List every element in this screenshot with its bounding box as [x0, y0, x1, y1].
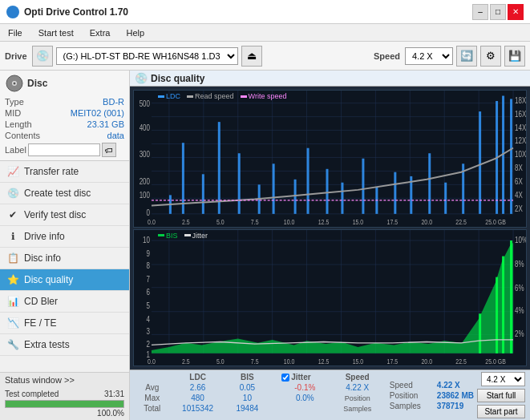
drive-icon-button[interactable]: 💿 — [32, 46, 53, 67]
speed-select-row: Maximum4.2 X8X12X — [481, 372, 525, 386]
chart-header-icon: 💿 — [135, 72, 148, 84]
speed-select-stats[interactable]: Maximum4.2 X8X12X — [481, 372, 525, 386]
progress-percent: 100.0% — [5, 409, 124, 418]
svg-text:10.0: 10.0 — [284, 357, 295, 365]
options-button[interactable]: ⚙ — [480, 46, 501, 67]
refresh-button[interactable]: 🔄 — [456, 46, 477, 67]
svg-rect-52 — [202, 174, 204, 214]
disc-mid-value: MEIT02 (001) — [71, 108, 124, 118]
disc-length-row: Length 23.31 GB — [5, 119, 124, 130]
svg-text:10%: 10% — [515, 235, 526, 244]
legend-bis-dot — [158, 234, 164, 236]
maximize-button[interactable]: □ — [490, 4, 506, 20]
disc-length-value: 23.31 GB — [87, 119, 124, 129]
disc-label-icon-button[interactable]: 🏷 — [102, 143, 116, 157]
stats-position-row: Position 23862 MB — [390, 391, 474, 400]
disc-contents-value: data — [107, 131, 124, 140]
svg-text:14X: 14X — [515, 123, 526, 132]
svg-text:20.0: 20.0 — [421, 357, 432, 365]
legend-read-label: Read speed — [195, 92, 234, 100]
top-chart-legend: LDC Read speed Write speed — [158, 92, 286, 100]
minimize-button[interactable]: – — [472, 4, 488, 20]
sidebar-item-extra-tests[interactable]: 🔧 Extra tests — [0, 334, 129, 356]
svg-text:20.0: 20.0 — [421, 218, 432, 226]
stats-row-total: Total 1015342 19484 Samples — [135, 403, 383, 414]
menu-bar: File Start test Extra Help — [0, 24, 530, 42]
start-full-button[interactable]: Start full — [477, 389, 525, 402]
stats-col-label — [135, 372, 170, 382]
svg-text:8%: 8% — [515, 259, 524, 268]
top-chart-svg: 500 400 300 200 100 0 18X 16X 14X 12X 10… — [134, 91, 526, 227]
menu-file[interactable]: File — [3, 26, 27, 39]
svg-text:25.0 GB: 25.0 GB — [485, 218, 506, 226]
save-button[interactable]: 💾 — [504, 46, 525, 67]
eject-button[interactable]: ⏏ — [241, 46, 262, 67]
stats-col-empty — [269, 372, 278, 382]
svg-text:25.0 GB: 25.0 GB — [485, 357, 506, 365]
sidebar-item-create-test-disc[interactable]: 💿 Create test disc — [0, 183, 129, 204]
legend-read-speed: Read speed — [187, 92, 234, 100]
sidebar-item-cd-bler[interactable]: 📊 CD Bler — [0, 291, 129, 313]
disc-mid-row: MID MEIT02 (001) — [5, 107, 124, 119]
stats-avg-ldc: 2.66 — [170, 382, 226, 393]
disc-info-icon: 📋 — [6, 252, 19, 265]
svg-rect-68 — [479, 111, 481, 214]
sidebar-item-disc-info[interactable]: 📋 Disc info — [0, 248, 129, 269]
status-window-button[interactable]: Status window >> — [0, 372, 129, 387]
svg-text:100: 100 — [140, 191, 150, 200]
svg-text:18X: 18X — [515, 96, 526, 105]
cd-bler-icon: 📊 — [6, 295, 19, 308]
stats-max-label: Max — [135, 393, 170, 403]
menu-start-test[interactable]: Start test — [34, 26, 79, 39]
extra-tests-icon: 🔧 — [6, 338, 19, 351]
svg-rect-61 — [362, 159, 364, 214]
sidebar-item-disc-quality[interactable]: ⭐ Disc quality — [0, 269, 129, 291]
disc-quality-icon: ⭐ — [6, 273, 19, 286]
svg-text:10: 10 — [143, 235, 150, 244]
legend-read-dot — [187, 95, 193, 98]
legend-ldc-label: LDC — [166, 92, 180, 100]
menu-extra[interactable]: Extra — [85, 26, 115, 39]
legend-write-speed: Write speed — [241, 92, 287, 100]
svg-rect-65 — [428, 153, 431, 214]
stats-total-ldc: 1015342 — [170, 403, 226, 414]
progress-bar-fill — [6, 401, 123, 407]
legend-write-label: Write speed — [249, 92, 287, 100]
legend-write-dot — [241, 95, 247, 98]
svg-text:17.5: 17.5 — [387, 357, 399, 365]
top-chart: LDC Read speed Write speed — [133, 90, 527, 228]
svg-text:7.5: 7.5 — [251, 218, 259, 226]
jitter-checkbox[interactable] — [281, 374, 289, 382]
sidebar-item-transfer-rate[interactable]: 📈 Transfer rate — [0, 161, 129, 183]
speed-label: Speed — [374, 51, 400, 61]
sidebar-item-fe-te[interactable]: 📉 FE / TE — [0, 313, 129, 334]
svg-text:0.0: 0.0 — [148, 218, 156, 226]
svg-text:12.5: 12.5 — [318, 218, 330, 226]
sidebar: Disc Type BD-R MID MEIT02 (001) Length 2… — [0, 71, 130, 420]
close-button[interactable]: ✕ — [508, 4, 524, 20]
start-part-button[interactable]: Start part — [477, 405, 525, 418]
svg-text:12X: 12X — [515, 137, 526, 146]
svg-rect-117 — [479, 313, 481, 353]
svg-text:0.0: 0.0 — [148, 357, 156, 365]
disc-label-input[interactable] — [28, 143, 100, 156]
sidebar-item-drive-info[interactable]: ℹ Drive info — [0, 226, 129, 248]
menu-help[interactable]: Help — [121, 26, 149, 39]
window-controls[interactable]: – □ ✕ — [472, 4, 524, 20]
charts-container: LDC Read speed Write speed — [130, 87, 530, 370]
svg-rect-60 — [341, 183, 343, 214]
svg-text:200: 200 — [140, 177, 150, 186]
speed-select[interactable]: 4.2 X — [405, 47, 453, 65]
svg-rect-54 — [238, 153, 241, 214]
svg-text:7.5: 7.5 — [251, 357, 259, 365]
svg-point-2 — [14, 83, 16, 85]
sidebar-item-verify-test-disc[interactable]: ✔ Verify test disc — [0, 204, 129, 226]
chart-header: 💿 Disc quality — [130, 71, 530, 87]
stats-speed-row: Speed 4.22 X — [390, 381, 460, 390]
status-completed-label: Test completed — [5, 390, 59, 398]
legend-jitter-dot — [184, 234, 191, 236]
sidebar-item-cd-bler-label: CD Bler — [24, 296, 58, 307]
bottom-chart-legend: BIS Jitter — [158, 232, 208, 240]
drive-select[interactable]: (G:) HL-DT-ST BD-RE WH16NS48 1.D3 — [56, 47, 238, 65]
drive-info-icon: ℹ — [6, 230, 19, 243]
